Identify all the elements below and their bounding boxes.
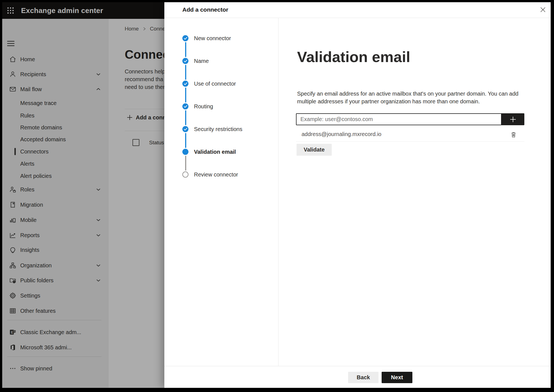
close-icon: [540, 6, 546, 13]
check-icon: [184, 37, 187, 40]
back-button[interactable]: Back: [348, 372, 379, 383]
step-completed-icon: [182, 81, 188, 87]
step-label: Use of connector: [194, 81, 236, 87]
step-validation-email[interactable]: Validation email: [164, 146, 275, 158]
step-completed-icon: [182, 103, 188, 109]
modal-dim-overlay: [2, 2, 164, 388]
check-icon: [184, 105, 187, 108]
email-address-row: address@journaling.mxrecord.io: [296, 129, 524, 141]
trash-icon: [510, 131, 517, 138]
check-icon: [184, 82, 187, 85]
step-completed-icon: [182, 35, 188, 41]
step-use-of-connector[interactable]: Use of connector: [164, 78, 275, 90]
step-security-restrictions[interactable]: Security restrictions: [164, 123, 275, 135]
next-button[interactable]: Next: [382, 372, 412, 383]
step-label: Name: [194, 58, 209, 64]
step-label: New connector: [194, 35, 231, 42]
step-new-connector[interactable]: New connector: [164, 32, 275, 44]
email-address-value: address@journaling.mxrecord.io: [302, 131, 381, 137]
modal-footer-divider: [164, 366, 551, 366]
panel-heading: Validation email: [297, 48, 410, 65]
step-label: Routing: [194, 103, 213, 110]
step-current-icon: [182, 149, 188, 155]
check-icon: [184, 128, 187, 131]
step-label: Security restrictions: [194, 126, 242, 132]
step-routing[interactable]: Routing: [164, 100, 275, 112]
add-email-button[interactable]: [502, 113, 524, 125]
modal-header-divider: [164, 18, 551, 18]
add-connector-modal: Add a connector New connector Name Use o…: [164, 2, 551, 388]
panel-description: Specify an email address for an active m…: [297, 90, 527, 105]
step-upcoming-icon: [182, 171, 188, 178]
modal-title: Add a connector: [182, 6, 228, 13]
step-completed-icon: [182, 58, 188, 64]
address-row-divider: [296, 141, 524, 142]
email-input[interactable]: [296, 113, 502, 125]
close-button[interactable]: [539, 6, 547, 14]
validate-button[interactable]: Validate: [297, 144, 332, 156]
steps-content-divider: [278, 18, 279, 366]
step-name[interactable]: Name: [164, 55, 275, 67]
app-window: Exchange admin center Home Recipients: [2, 2, 551, 388]
step-completed-icon: [182, 126, 188, 132]
step-label: Review connector: [194, 171, 238, 178]
step-label: Validation email: [194, 149, 236, 155]
plus-icon: [509, 116, 517, 123]
check-icon: [184, 60, 187, 63]
step-review-connector[interactable]: Review connector: [164, 168, 275, 181]
delete-address-button[interactable]: [509, 130, 518, 139]
